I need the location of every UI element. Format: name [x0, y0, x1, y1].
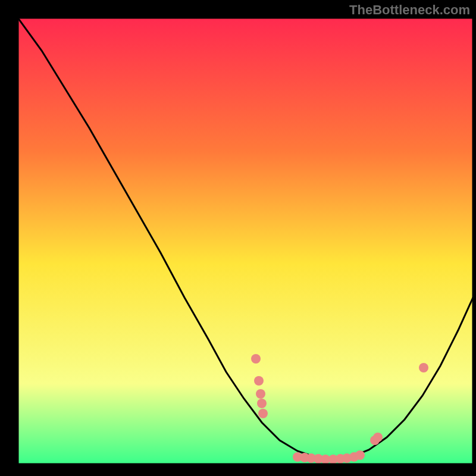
watermark-text: TheBottleneck.com — [349, 2, 470, 18]
data-marker — [355, 450, 365, 460]
plot-background — [18, 18, 473, 464]
data-marker — [256, 389, 265, 399]
data-marker — [419, 363, 428, 372]
data-marker — [257, 399, 267, 408]
data-marker — [254, 376, 264, 386]
chart-container: TheBottleneck.com — [0, 0, 476, 476]
data-marker — [373, 433, 383, 442]
data-marker — [251, 354, 261, 364]
bottleneck-chart — [0, 0, 476, 476]
data-marker — [258, 409, 268, 418]
